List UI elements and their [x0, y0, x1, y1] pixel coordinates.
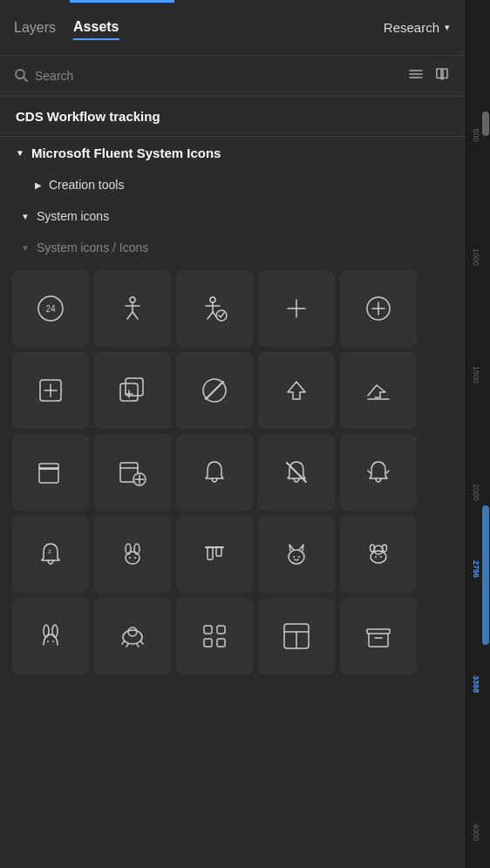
svg-rect-77: [217, 639, 225, 647]
header-tabs: Layers Assets: [14, 16, 119, 40]
svg-rect-76: [204, 639, 212, 647]
svg-line-70: [122, 641, 125, 644]
icon-airplane-takeoff[interactable]: [340, 352, 417, 429]
tree-item-icons[interactable]: System icons / Icons: [0, 232, 464, 263]
svg-point-63: [380, 556, 382, 558]
active-tab-indicator: [70, 0, 174, 3]
icon-row-2: [12, 352, 452, 429]
ruler-numbers: 500 1000 1500 2000 2796 3368 4000: [465, 0, 491, 868]
icon-add-circle[interactable]: [340, 270, 417, 347]
svg-point-61: [383, 545, 387, 552]
ruler-mark-500: 500: [472, 122, 480, 148]
svg-rect-35: [39, 464, 58, 483]
svg-point-57: [298, 556, 300, 558]
header: Layers Assets Research ▾: [0, 0, 464, 56]
svg-rect-53: [208, 547, 213, 559]
icon-alert-urgent[interactable]: [340, 434, 417, 511]
svg-point-13: [210, 297, 215, 302]
icon-animal-rabbit[interactable]: [94, 516, 171, 593]
tree-section-label: Microsoft Fluent System Icons: [31, 146, 221, 160]
tree-section-main[interactable]: Microsoft Fluent System Icons: [0, 137, 464, 169]
ruler-mark-1000: 1000: [472, 244, 480, 270]
search-input-wrapper: [14, 68, 399, 85]
search-bar: [0, 56, 464, 97]
icon-add-square[interactable]: [12, 352, 89, 429]
search-actions: [408, 66, 450, 85]
chevron-down-icon: ▾: [445, 22, 450, 33]
svg-point-56: [293, 556, 295, 558]
tree-item-system-icons[interactable]: System icons: [0, 200, 464, 232]
scrollbar-thumb-active[interactable]: [482, 505, 489, 645]
svg-line-73: [137, 644, 139, 647]
icon-add-square-multiple[interactable]: [94, 352, 171, 429]
ruler-mark-3368: 3368: [472, 671, 480, 697]
svg-point-59: [374, 546, 383, 554]
icon-archive[interactable]: [340, 598, 417, 675]
icon-row-5: [12, 598, 452, 675]
svg-point-55: [289, 550, 304, 564]
icon-animal-turtle[interactable]: [94, 598, 171, 675]
icon-brightness-low[interactable]: [176, 352, 253, 429]
research-dropdown[interactable]: Research ▾: [384, 20, 450, 35]
ruler-mark-2000: 2000: [472, 479, 480, 505]
search-input[interactable]: [35, 69, 399, 83]
svg-line-12: [133, 312, 138, 319]
icon-align-top[interactable]: [176, 516, 253, 593]
svg-point-60: [371, 545, 375, 552]
svg-rect-75: [217, 626, 225, 634]
icon-row-3: [12, 434, 452, 511]
icon-accessibility-checkmark[interactable]: [176, 270, 253, 347]
svg-point-68: [123, 630, 142, 644]
chevron-right-icon: [35, 180, 42, 190]
icon-24-hours[interactable]: 24: [12, 270, 89, 347]
icon-app-recent[interactable]: [258, 598, 335, 675]
tab-layers[interactable]: Layers: [14, 17, 56, 39]
chevron-down-icon: [16, 148, 24, 158]
tree-item-label: System icons / Icons: [37, 241, 148, 254]
svg-point-47: [126, 552, 140, 564]
chevron-down-icon: [21, 212, 30, 221]
icon-alert-off[interactable]: [258, 434, 335, 511]
svg-line-32: [206, 382, 223, 399]
svg-rect-74: [204, 626, 212, 634]
ruler-mark-1500: 1500: [472, 362, 480, 388]
icon-airplane[interactable]: [258, 352, 335, 429]
icon-alert-snooze[interactable]: z: [12, 516, 89, 593]
book-icon[interactable]: [434, 66, 450, 85]
svg-line-71: [140, 641, 143, 644]
icon-accessibility[interactable]: [94, 270, 171, 347]
icon-alert[interactable]: [176, 434, 253, 511]
icon-album-add[interactable]: [94, 434, 171, 511]
scrollbar-thumb-top[interactable]: [482, 112, 489, 136]
list-view-icon[interactable]: [408, 66, 424, 85]
svg-line-1: [24, 78, 27, 81]
icon-apps[interactable]: [176, 598, 253, 675]
svg-point-67: [52, 641, 54, 642]
svg-point-58: [371, 551, 386, 563]
library-title: CDS Workflow tracking: [0, 97, 464, 137]
main-content: Layers Assets Research ▾: [0, 0, 464, 682]
svg-point-65: [52, 625, 58, 637]
svg-rect-81: [367, 629, 390, 634]
icon-add[interactable]: [258, 270, 335, 347]
tree-item-label: Creation tools: [49, 178, 124, 192]
research-label: Research: [384, 20, 439, 35]
icon-animal-dog[interactable]: [340, 516, 417, 593]
icon-animal-rabbit-2[interactable]: [12, 598, 89, 675]
svg-point-66: [47, 641, 49, 642]
svg-point-51: [134, 557, 136, 559]
svg-rect-54: [216, 547, 221, 556]
svg-point-64: [44, 625, 49, 637]
svg-point-69: [128, 627, 137, 636]
ruler-mark-4000: 4000: [472, 819, 480, 845]
tab-assets[interactable]: Assets: [73, 16, 119, 40]
tree-item-creation-tools[interactable]: Creation tools: [0, 169, 464, 200]
icon-row-4: z: [12, 516, 452, 593]
svg-line-16: [208, 312, 213, 319]
svg-text:24: 24: [45, 304, 56, 314]
icon-animal-cat[interactable]: [258, 516, 335, 593]
tree-item-label: System icons: [37, 209, 109, 223]
icon-album[interactable]: [12, 434, 89, 511]
svg-point-50: [129, 557, 131, 559]
svg-line-44: [368, 471, 371, 473]
